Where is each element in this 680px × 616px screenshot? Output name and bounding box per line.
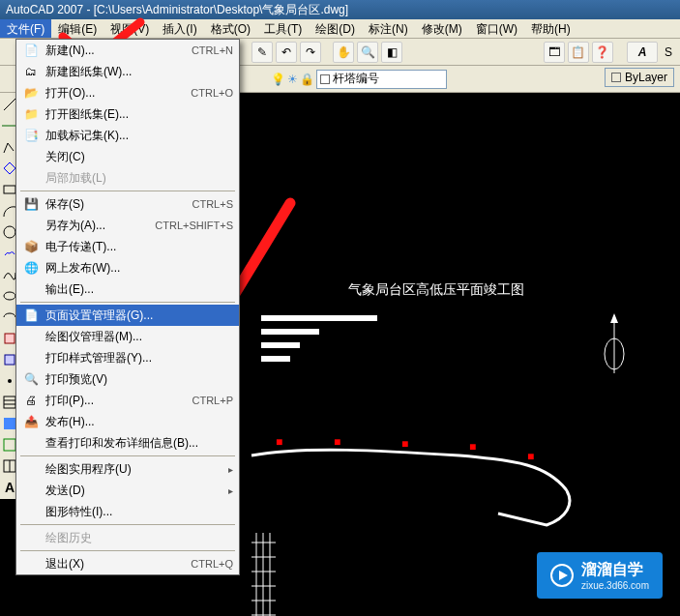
menu-help[interactable]: 帮助(H) (524, 19, 577, 38)
print-icon: 🖨 (22, 393, 40, 408)
preview-icon: 🔍 (22, 371, 40, 387)
menu-window[interactable]: 窗口(W) (469, 19, 524, 38)
menu-open[interactable]: 📂打开(O)...CTRL+O (16, 82, 239, 103)
layer-combo[interactable]: 杆塔编号 (316, 70, 447, 89)
tool-zoom-icon[interactable]: 🔍 (357, 42, 378, 63)
sheetset-icon: 🗂 (22, 64, 40, 79)
etransmit-icon: 📦 (22, 239, 40, 254)
layer-color-swatch (320, 74, 330, 84)
svg-rect-13 (4, 439, 15, 451)
menu-format[interactable]: 格式(O) (204, 19, 257, 38)
bulb-icon: 💡 (271, 73, 285, 86)
play-icon (550, 564, 574, 587)
menu-modify[interactable]: 修改(M) (415, 19, 469, 38)
menu-plotstyle-mgr[interactable]: 打印样式管理器(Y)... (16, 347, 239, 368)
menu-load-markup[interactable]: 📑加载标记集(K)... (16, 125, 239, 146)
tool-pan-icon[interactable]: ✋ (333, 42, 354, 63)
menu-open-sheet[interactable]: 📁打开图纸集(E)... (16, 103, 239, 125)
drawing-title: 气象局台区高低压平面竣工图 (348, 281, 524, 299)
svg-rect-9 (4, 396, 15, 408)
menu-utilities[interactable]: 绘图实用程序(U) (16, 458, 239, 480)
menu-close[interactable]: 关闭(C) (16, 146, 239, 167)
svg-marker-18 (610, 313, 618, 323)
menu-plot-details[interactable]: 查看打印和发布详细信息(B)... (16, 432, 239, 454)
tool-icon[interactable]: ↷ (300, 42, 321, 63)
menu-partial-load: 局部加载(L) (16, 167, 239, 189)
tool-icon[interactable]: 📋 (568, 42, 589, 63)
tool-icon[interactable]: 🗔 (544, 42, 565, 63)
svg-point-4 (4, 226, 15, 238)
svg-marker-2 (4, 162, 15, 174)
svg-text:■: ■ (334, 436, 340, 449)
menu-web-publish[interactable]: 🌐网上发布(W)... (16, 257, 239, 279)
menu-exit[interactable]: 退出(X)CTRL+Q (16, 553, 239, 574)
menu-etransmit[interactable]: 📦电子传递(T)... (16, 236, 239, 257)
save-icon: 💾 (22, 196, 40, 212)
menu-save[interactable]: 💾保存(S)CTRL+S (16, 193, 239, 215)
text-style-icon[interactable]: A (627, 42, 658, 63)
menu-export[interactable]: 输出(E)... (16, 279, 239, 300)
color-swatch (611, 73, 621, 82)
markup-icon: 📑 (22, 128, 40, 143)
menu-insert[interactable]: 插入(I) (156, 19, 203, 38)
menu-page-setup[interactable]: 📄页面设置管理器(G)... (16, 305, 239, 326)
lock-icon: 🔒 (300, 73, 314, 86)
tool-icon[interactable]: ◧ (381, 42, 402, 63)
menu-publish[interactable]: 📤发布(H)... (16, 411, 239, 432)
compass-icon (597, 306, 632, 383)
new-icon: 📄 (22, 43, 40, 58)
menu-dimension[interactable]: 标注(N) (362, 19, 415, 38)
svg-text:■: ■ (401, 437, 408, 451)
menu-properties[interactable]: 图形特性(I)... (16, 501, 239, 522)
menu-edit[interactable]: 编辑(E) (51, 19, 103, 38)
menu-plot[interactable]: 🖨打印(P)...CTRL+P (16, 390, 239, 411)
bylayer-label: ByLayer (625, 71, 667, 84)
open-icon: 📂 (22, 85, 40, 101)
page-setup-icon: 📄 (22, 308, 40, 323)
layer-name: 杆塔编号 (333, 71, 379, 87)
svg-rect-12 (4, 418, 15, 429)
svg-marker-37 (559, 571, 568, 580)
standard-label: S (661, 45, 672, 59)
menu-save-as[interactable]: 另存为(A)...CTRL+SHIFT+S (16, 215, 239, 236)
svg-rect-3 (4, 186, 15, 193)
menu-draw[interactable]: 绘图(D) (309, 19, 362, 38)
menu-view[interactable]: 视图(V) (103, 19, 156, 38)
plan-drawing: ■ ■ ■ ■ ■ (247, 436, 653, 552)
watermark-url: zixue.3d66.com (581, 580, 649, 591)
scale-ruler (251, 533, 300, 616)
svg-text:■: ■ (469, 440, 476, 454)
watermark-brand: 溜溜自学 (581, 561, 643, 577)
menu-plot-preview[interactable]: 🔍打印预览(V) (16, 368, 239, 390)
tool-icon[interactable]: ✎ (251, 42, 273, 63)
tool-icon[interactable]: ❓ (592, 42, 613, 63)
watermark: 溜溜自学 zixue.3d66.com (537, 552, 663, 599)
svg-point-5 (4, 292, 15, 300)
web-icon: 🌐 (22, 260, 40, 276)
svg-rect-6 (5, 334, 15, 343)
sun-icon: ☀ (287, 73, 298, 86)
menu-tools[interactable]: 工具(T) (257, 19, 309, 38)
svg-line-0 (4, 99, 15, 110)
menu-file[interactable]: 文件(F) (0, 19, 51, 38)
open-sheet-icon: 📁 (22, 106, 40, 122)
bylayer-combo[interactable]: ByLayer (605, 68, 674, 87)
tool-icon[interactable]: ↶ (276, 42, 297, 63)
menu-send[interactable]: 发送(D) (16, 480, 239, 501)
title-bar: AutoCAD 2007 - [C:\Users\Administrator\D… (0, 0, 680, 19)
svg-text:■: ■ (276, 436, 282, 449)
svg-point-8 (8, 379, 12, 383)
file-menu-dropdown: 📄新建(N)...CTRL+N 🗂新建图纸集(W)... 📂打开(O)...CT… (15, 39, 240, 575)
app-title: AutoCAD 2007 - [C:\Users\Administrator\D… (6, 2, 348, 18)
menu-new-sheet[interactable]: 🗂新建图纸集(W)... (16, 61, 239, 82)
menu-history: 绘图历史 (16, 527, 239, 548)
svg-rect-7 (5, 355, 15, 365)
svg-text:■: ■ (527, 450, 534, 463)
menu-plotter-mgr[interactable]: 绘图仪管理器(M)... (16, 326, 239, 347)
title-block-lines (261, 315, 377, 369)
publish-icon: 📤 (22, 414, 40, 429)
menu-new[interactable]: 📄新建(N)...CTRL+N (16, 40, 239, 61)
menu-bar: 文件(F) 编辑(E) 视图(V) 插入(I) 格式(O) 工具(T) 绘图(D… (0, 19, 680, 39)
